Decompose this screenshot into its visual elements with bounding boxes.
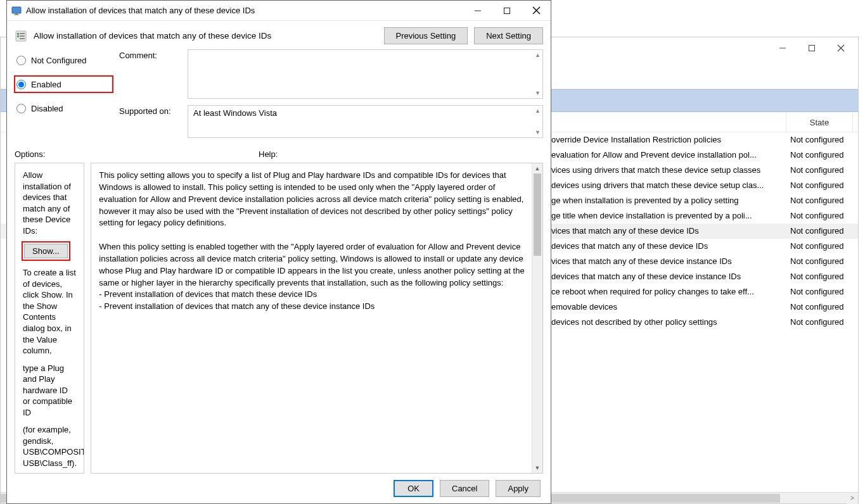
dialog-minimize-button[interactable] xyxy=(463,1,492,20)
bg-maximize-button[interactable] xyxy=(797,39,826,58)
options-text-1: Allow installation of devices that match… xyxy=(23,170,76,236)
state-cell: Not configured xyxy=(786,269,853,284)
help-text: This policy setting allows you to specif… xyxy=(99,170,529,313)
ok-button[interactable]: OK xyxy=(394,480,433,497)
dialog-icon xyxy=(11,5,22,16)
svg-rect-16 xyxy=(20,38,25,39)
supported-on-box: At least Windows Vista ▲ ▼ xyxy=(188,105,543,138)
options-text-3: type a Plug and Play hardware ID or comp… xyxy=(23,363,76,419)
svg-rect-13 xyxy=(17,35,19,37)
radio-disabled[interactable]: Disabled xyxy=(15,100,113,117)
state-cell: Not configured xyxy=(786,315,853,330)
help-scroll-down-icon[interactable]: ▼ xyxy=(532,463,542,473)
show-button[interactable]: Show... xyxy=(24,244,68,258)
bg-close-button[interactable] xyxy=(826,39,855,58)
radio-disabled-input[interactable] xyxy=(16,104,26,113)
supported-scroll-down-icon[interactable]: ▼ xyxy=(535,129,541,135)
svg-rect-5 xyxy=(15,13,18,15)
svg-rect-15 xyxy=(20,35,25,37)
help-scrollbar[interactable]: ▲ ▼ xyxy=(532,163,542,473)
dialog-title: Allow installation of devices that match… xyxy=(26,6,463,15)
comment-label: Comment: xyxy=(119,49,183,60)
svg-rect-6 xyxy=(14,15,19,15)
policy-dialog: Allow installation of devices that match… xyxy=(6,0,551,504)
supported-on-value: At least Windows Vista xyxy=(193,108,277,118)
help-scroll-up-icon[interactable]: ▲ xyxy=(532,163,542,173)
supported-scroll-up-icon[interactable]: ▲ xyxy=(535,108,541,114)
options-label: Options: xyxy=(15,149,259,159)
options-panel: Allow installation of devices that match… xyxy=(15,163,84,474)
dialog-footer: OK Cancel Apply xyxy=(15,474,543,500)
svg-rect-1 xyxy=(809,46,815,51)
bg-hscroll-right-arrow[interactable]: > xyxy=(847,493,858,504)
options-text-2: To create a list of devices, click Show.… xyxy=(23,267,76,356)
state-cell: Not configured xyxy=(786,239,853,254)
state-cell: Not configured xyxy=(786,148,853,163)
options-text-4: (for example, gendisk, USB\COMPOSITE, US… xyxy=(23,424,76,469)
state-cell: Not configured xyxy=(786,163,853,178)
policy-item-icon xyxy=(15,30,27,42)
state-cell: Not configured xyxy=(786,299,853,315)
svg-rect-4 xyxy=(12,7,21,13)
svg-rect-8 xyxy=(504,8,510,13)
state-cell: Not configured xyxy=(786,224,853,239)
radio-enabled[interactable]: Enabled xyxy=(15,76,113,92)
radio-enabled-label: Enabled xyxy=(31,80,61,89)
show-button-highlight: Show... xyxy=(23,243,69,260)
bg-minimize-button[interactable] xyxy=(768,39,797,58)
radio-enabled-input[interactable] xyxy=(16,80,26,89)
radio-not-configured-input[interactable] xyxy=(16,56,26,65)
cancel-button[interactable]: Cancel xyxy=(440,480,489,497)
radio-not-configured[interactable]: Not Configured xyxy=(15,52,113,68)
state-cell: Not configured xyxy=(786,254,853,269)
apply-button[interactable]: Apply xyxy=(496,480,541,497)
radio-not-configured-label: Not Configured xyxy=(31,56,86,65)
radio-disabled-label: Disabled xyxy=(31,104,63,113)
svg-rect-12 xyxy=(17,33,19,35)
help-label: Help: xyxy=(259,149,543,159)
state-cell: Not configured xyxy=(786,284,853,299)
help-scroll-thumb[interactable] xyxy=(534,173,541,256)
supported-on-label: Supported on: xyxy=(119,105,183,116)
state-radio-group: Not Configured Enabled Disabled xyxy=(15,49,113,138)
comment-scroll-down-icon[interactable]: ▼ xyxy=(535,90,541,96)
dialog-close-button[interactable] xyxy=(522,1,551,20)
comment-scroll-up-icon[interactable]: ▲ xyxy=(535,52,541,58)
help-panel: This policy setting allows you to specif… xyxy=(91,163,543,474)
comment-textarea[interactable]: ▲ ▼ xyxy=(188,49,543,99)
state-cell: Not configured xyxy=(786,193,853,208)
dialog-maximize-button[interactable] xyxy=(492,1,522,20)
state-cell: Not configured xyxy=(786,178,853,193)
next-setting-button[interactable]: Next Setting xyxy=(474,27,543,44)
previous-setting-button[interactable]: Previous Setting xyxy=(384,27,468,44)
state-cell: Not configured xyxy=(786,208,853,224)
state-cell: Not configured xyxy=(786,132,853,148)
bg-col-state[interactable]: State xyxy=(786,113,853,132)
dialog-titlebar: Allow installation of devices that match… xyxy=(7,1,551,21)
dialog-header-title: Allow installation of devices that match… xyxy=(34,31,378,41)
svg-rect-14 xyxy=(20,33,25,34)
